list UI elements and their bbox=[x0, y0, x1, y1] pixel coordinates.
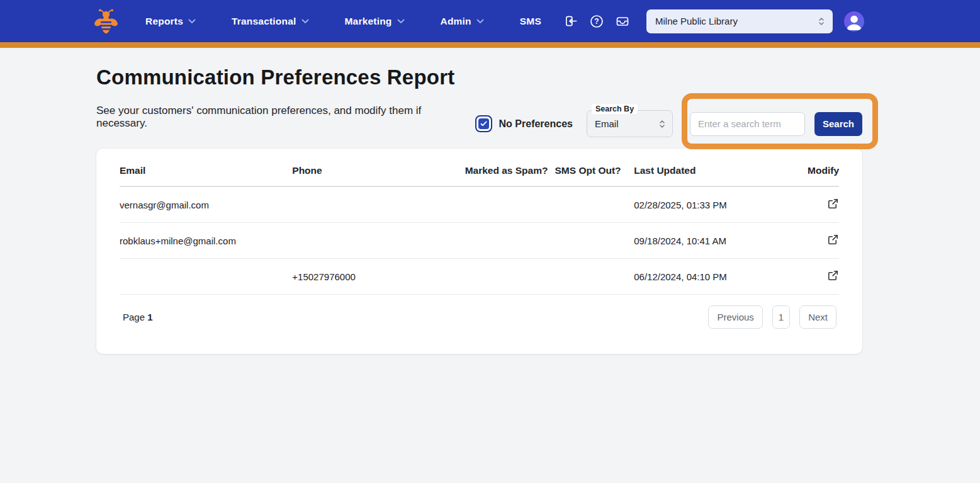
cell-phone bbox=[292, 186, 465, 223]
search-input[interactable] bbox=[690, 112, 805, 136]
inbox-icon[interactable] bbox=[615, 14, 630, 29]
pagination-buttons: Previous 1 Next bbox=[708, 305, 836, 329]
cell-spam bbox=[465, 186, 555, 223]
nav-item-label: Transactional bbox=[232, 16, 296, 27]
search-group: Search bbox=[690, 112, 862, 136]
cell-spam bbox=[465, 223, 555, 259]
cell-last-updated: 06/12/2024, 04:10 PM bbox=[634, 259, 806, 295]
external-link-icon bbox=[827, 270, 839, 281]
select-chevrons-icon bbox=[817, 16, 826, 26]
column-header-phone: Phone bbox=[292, 149, 465, 186]
nav-item-label: Marketing bbox=[345, 16, 392, 27]
cell-sms bbox=[555, 259, 634, 295]
nav-item-marketing[interactable]: Marketing bbox=[345, 16, 405, 27]
search-by-select[interactable]: Search By Email bbox=[587, 110, 673, 137]
table-row: vernasgr@gmail.com 02/28/2025, 01:33 PM bbox=[120, 186, 839, 223]
table-header-row: Email Phone Marked as Spam? SMS Opt Out?… bbox=[120, 149, 839, 186]
preferences-table: Email Phone Marked as Spam? SMS Opt Out?… bbox=[120, 149, 839, 295]
cell-spam bbox=[465, 259, 555, 295]
navbar-right: ? Milne Public Library bbox=[564, 9, 980, 33]
modify-button[interactable] bbox=[827, 270, 839, 281]
cell-phone: +15027976000 bbox=[292, 259, 465, 295]
top-navbar: Reports Transactional Marketing Admin SM… bbox=[0, 0, 980, 42]
cell-email: vernasgr@gmail.com bbox=[120, 186, 292, 223]
accent-bar bbox=[0, 42, 980, 48]
modify-button[interactable] bbox=[827, 234, 839, 246]
cell-email bbox=[120, 259, 292, 295]
external-link-icon bbox=[827, 198, 839, 210]
nav-item-transactional[interactable]: Transactional bbox=[232, 16, 309, 27]
page-title: Communication Preferences Report bbox=[96, 65, 475, 89]
filter-bar: No Preferences Search By Email Search bbox=[475, 110, 862, 137]
user-avatar[interactable] bbox=[843, 11, 865, 32]
page-subtitle: See your customers' communication prefer… bbox=[96, 105, 475, 130]
page-1-button[interactable]: 1 bbox=[772, 305, 790, 329]
svg-text:?: ? bbox=[594, 17, 599, 26]
cell-sms bbox=[555, 186, 634, 223]
no-preferences-checkbox-group[interactable]: No Preferences bbox=[475, 115, 573, 132]
cell-phone bbox=[292, 223, 465, 259]
results-card: Email Phone Marked as Spam? SMS Opt Out?… bbox=[96, 149, 862, 354]
nav-item-sms[interactable]: SMS bbox=[520, 16, 541, 27]
nav-item-label: SMS bbox=[520, 16, 541, 27]
column-header-last-updated: Last Updated bbox=[634, 149, 806, 186]
navbar-icons: ? bbox=[564, 14, 630, 29]
nav-item-label: Admin bbox=[441, 16, 471, 27]
bee-icon bbox=[94, 8, 118, 35]
checkmark-icon bbox=[480, 121, 487, 127]
modify-button[interactable] bbox=[827, 198, 839, 210]
column-header-sms: SMS Opt Out? bbox=[555, 149, 634, 186]
nav-item-label: Reports bbox=[145, 16, 183, 27]
previous-button[interactable]: Previous bbox=[708, 305, 762, 329]
page-number: 1 bbox=[147, 312, 152, 322]
search-by-value: Email bbox=[595, 118, 619, 129]
external-link-icon bbox=[827, 234, 839, 246]
cell-sms bbox=[555, 223, 634, 259]
search-by-label: Search By bbox=[592, 104, 638, 114]
page-header: Communication Preferences Report See you… bbox=[96, 65, 862, 130]
page-indicator: Page 1 bbox=[123, 312, 153, 322]
nav-menu: Reports Transactional Marketing Admin SM… bbox=[145, 16, 541, 27]
help-icon[interactable]: ? bbox=[589, 14, 604, 29]
organization-select-value: Milne Public Library bbox=[655, 16, 738, 26]
no-preferences-label: No Preferences bbox=[499, 118, 573, 130]
page-header-text: Communication Preferences Report See you… bbox=[96, 65, 475, 130]
page-label: Page bbox=[123, 312, 145, 322]
chevron-down-icon bbox=[188, 19, 196, 24]
login-icon[interactable] bbox=[564, 14, 578, 28]
nav-item-admin[interactable]: Admin bbox=[441, 16, 484, 27]
column-header-spam: Marked as Spam? bbox=[465, 149, 555, 186]
cell-email: robklaus+milne@gmail.com bbox=[120, 223, 292, 259]
cell-last-updated: 09/18/2024, 10:41 AM bbox=[634, 223, 806, 259]
table-row: robklaus+milne@gmail.com 09/18/2024, 10:… bbox=[120, 223, 839, 259]
table-row: +15027976000 06/12/2024, 04:10 PM bbox=[120, 259, 839, 295]
search-button[interactable]: Search bbox=[814, 112, 862, 136]
chevron-down-icon bbox=[301, 19, 309, 24]
column-header-email: Email bbox=[120, 149, 292, 186]
checkbox-checked-fill bbox=[478, 118, 489, 129]
nav-item-reports[interactable]: Reports bbox=[145, 16, 196, 27]
no-preferences-checkbox[interactable] bbox=[475, 115, 492, 132]
select-chevrons-icon bbox=[658, 119, 667, 129]
column-header-modify: Modify bbox=[807, 149, 839, 186]
organization-select[interactable]: Milne Public Library bbox=[646, 9, 833, 33]
pagination: Page 1 Previous 1 Next bbox=[96, 295, 862, 354]
bee-logo[interactable] bbox=[94, 8, 118, 35]
cell-last-updated: 02/28/2025, 01:33 PM bbox=[634, 186, 806, 223]
next-button[interactable]: Next bbox=[799, 305, 836, 329]
chevron-down-icon bbox=[397, 19, 405, 24]
chevron-down-icon bbox=[476, 19, 484, 24]
